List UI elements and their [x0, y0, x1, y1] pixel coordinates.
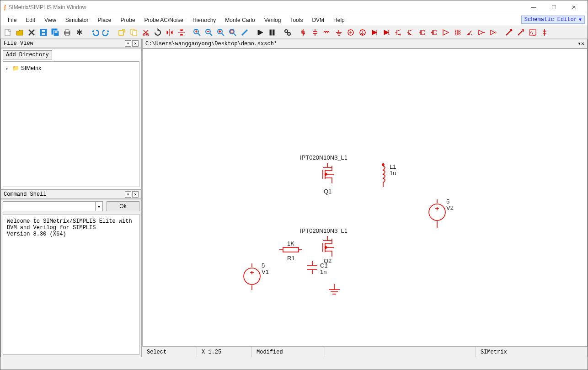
- menu-tools[interactable]: Tools: [285, 15, 307, 25]
- flip-icon[interactable]: [176, 27, 187, 38]
- svg-rect-0: [5, 29, 10, 36]
- document-path: C:\Users\wanggaoyong\Desktop\demo.sxsch*: [145, 41, 277, 47]
- panel-menu-icon[interactable]: ▾: [578, 40, 581, 47]
- pause-icon[interactable]: [267, 27, 278, 38]
- inductor-icon[interactable]: [321, 27, 332, 38]
- ok-button[interactable]: Ok: [107, 201, 139, 211]
- switch-icon[interactable]: [464, 27, 475, 38]
- menu-hierarchy[interactable]: Hierarchy: [188, 15, 220, 25]
- file-view-title: File View: [4, 40, 33, 47]
- menu-simulator[interactable]: Simulator: [61, 15, 93, 25]
- wire-icon[interactable]: [239, 27, 250, 38]
- file-tree[interactable]: ▸ 📁 SIMetrix: [3, 61, 139, 187]
- zoom-out-icon[interactable]: [203, 27, 214, 38]
- menu-monte-carlo[interactable]: Monte Carlo: [220, 15, 259, 25]
- panel-close-icon[interactable]: ✕: [581, 40, 584, 47]
- menu-verilog[interactable]: Verilog: [260, 15, 286, 25]
- tree-item[interactable]: ▸ 📁 SIMetrix: [6, 64, 136, 72]
- diode-icon[interactable]: [369, 27, 380, 38]
- chevron-down-icon[interactable]: ▾: [95, 202, 102, 211]
- pmos-icon[interactable]: [428, 27, 439, 38]
- component-ground[interactable]: [327, 284, 341, 298]
- menu-place[interactable]: Place: [93, 15, 116, 25]
- waveform-icon[interactable]: [527, 27, 538, 38]
- resistor-icon[interactable]: [298, 27, 309, 38]
- status-zoom: X 1.25: [197, 347, 252, 357]
- left-column: File View ▾ ✕ Add Directory ▸ 📁 SIMetrix…: [0, 39, 142, 357]
- cut-icon[interactable]: [140, 27, 151, 38]
- add-directory-button[interactable]: Add Directory: [3, 50, 52, 59]
- menu-probe-ac-noise[interactable]: Probe AC/Noise: [140, 15, 188, 25]
- maximize-button[interactable]: ☐: [544, 1, 564, 14]
- nmos-icon[interactable]: [417, 27, 428, 38]
- menu-file[interactable]: File: [3, 15, 21, 25]
- component-vsource-v1[interactable]: [243, 263, 261, 291]
- marker-icon[interactable]: [539, 27, 550, 38]
- c1-val-label: 1n: [320, 268, 326, 275]
- rotate-icon[interactable]: [152, 27, 163, 38]
- component-mosfet-q1[interactable]: [314, 161, 341, 188]
- copy-icon[interactable]: [128, 27, 139, 38]
- menu-dvm[interactable]: DVM: [307, 15, 329, 25]
- vsource-icon[interactable]: [345, 27, 356, 38]
- v2-val-label: 5: [446, 198, 449, 205]
- zener-icon[interactable]: [381, 27, 392, 38]
- duplicate-icon[interactable]: +: [117, 27, 128, 38]
- not-gate-icon[interactable]: [488, 27, 499, 38]
- menu-view[interactable]: View: [40, 15, 61, 25]
- save-icon[interactable]: [38, 27, 49, 38]
- q1-ref-label: Q1: [324, 188, 331, 195]
- delete-icon[interactable]: [26, 27, 37, 38]
- settings-icon[interactable]: ✱: [74, 27, 85, 38]
- component-mosfet-q2[interactable]: [314, 234, 341, 261]
- zoom-fit-icon[interactable]: [192, 27, 203, 38]
- transformer-icon[interactable]: [452, 27, 463, 38]
- isource-icon[interactable]: [357, 27, 368, 38]
- zoom-area-icon[interactable]: [227, 27, 238, 38]
- file-view-panel: File View ▾ ✕ Add Directory ▸ 📁 SIMetrix: [0, 39, 142, 190]
- new-icon[interactable]: [2, 27, 13, 38]
- toolbar: ✱ +: [0, 26, 588, 39]
- panel-menu-icon[interactable]: ▾: [125, 191, 131, 198]
- pnp-icon[interactable]: [405, 27, 416, 38]
- menu-help[interactable]: Help: [329, 15, 349, 25]
- run-icon[interactable]: [255, 27, 266, 38]
- open-icon[interactable]: [14, 27, 25, 38]
- probe-v-icon[interactable]: [503, 27, 514, 38]
- svg-point-29: [495, 32, 496, 33]
- menu-probe[interactable]: Probe: [116, 15, 140, 25]
- redo-icon[interactable]: [101, 27, 112, 38]
- status-modified: Modified: [252, 347, 325, 357]
- component-vsource-v2[interactable]: [428, 199, 446, 229]
- command-input[interactable]: ▾: [3, 201, 103, 211]
- close-button[interactable]: ✕: [564, 1, 584, 14]
- undo-icon[interactable]: [89, 27, 100, 38]
- titlebar: ∫ SIMetrix/SIMPLIS Main Window — ☐ ✕: [0, 0, 588, 14]
- panel-menu-icon[interactable]: ▾: [125, 40, 131, 47]
- panel-close-icon[interactable]: ✕: [132, 40, 139, 47]
- svg-rect-13: [133, 31, 137, 36]
- panel-close-icon[interactable]: ✕: [132, 191, 139, 198]
- search-part-icon[interactable]: [282, 27, 293, 38]
- tree-expand-icon[interactable]: ▸: [6, 66, 11, 71]
- capacitor-icon[interactable]: [310, 27, 321, 38]
- chevron-down-icon: ▼: [579, 17, 582, 22]
- save-all-icon[interactable]: [50, 27, 61, 38]
- command-shell-title: Command Shell: [4, 191, 47, 198]
- buffer-icon[interactable]: [476, 27, 487, 38]
- opamp-icon[interactable]: [440, 27, 451, 38]
- zoom-in-icon[interactable]: [215, 27, 226, 38]
- print-icon[interactable]: [62, 27, 73, 38]
- ground-icon[interactable]: [333, 27, 344, 38]
- svg-rect-6: [54, 31, 58, 33]
- mode-selector[interactable]: Schematic Editor ▼: [521, 16, 585, 24]
- mirror-icon[interactable]: [164, 27, 175, 38]
- svg-point-30: [510, 29, 512, 31]
- npn-icon[interactable]: [393, 27, 404, 38]
- menu-edit[interactable]: Edit: [21, 15, 40, 25]
- minimize-button[interactable]: —: [524, 1, 544, 14]
- probe-i-icon[interactable]: [515, 27, 526, 38]
- schematic-canvas[interactable]: IPT020N10N3_L1 Q1 IPT020N10N3_L1 Q2 1K R…: [144, 51, 585, 344]
- component-inductor-l1[interactable]: [379, 163, 388, 191]
- component-capacitor-c1[interactable]: [305, 261, 319, 275]
